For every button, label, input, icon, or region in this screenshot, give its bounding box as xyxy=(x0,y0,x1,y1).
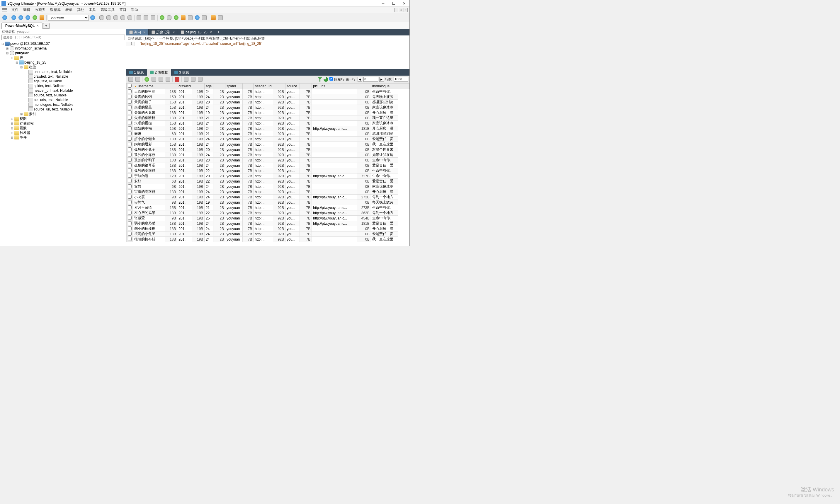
cell[interactable]: 失眠的猕猴桃 xyxy=(133,115,165,121)
cell[interactable]: you... xyxy=(285,89,300,94)
menu-item[interactable]: 收藏夹 xyxy=(33,7,48,13)
tree-node[interactable]: ⊟youyuan xyxy=(1,51,125,55)
cell[interactable]: youyuan xyxy=(226,126,243,131)
row-checkbox[interactable] xyxy=(127,126,133,131)
menu-toggle-icon[interactable] xyxy=(2,8,7,12)
cell[interactable]: 妞妞的幸福 xyxy=(133,126,165,131)
cell[interactable]: youyuan xyxy=(226,168,243,174)
view3-icon[interactable] xyxy=(197,76,203,83)
cell[interactable]: 201... xyxy=(177,163,192,168)
tree-toggle-icon[interactable]: ⊞ xyxy=(5,47,9,50)
cell[interactable]: 害羞的高跟鞋 xyxy=(133,189,165,195)
cell[interactable]: you... xyxy=(285,137,300,142)
cell[interactable]: 家应该像冰冷 xyxy=(371,121,398,126)
cell[interactable]: 弱小的棒棒糖 xyxy=(133,226,165,232)
cell[interactable]: http:... xyxy=(253,174,273,179)
tree-toggle-icon[interactable]: ⊞ xyxy=(20,112,23,116)
minimize-button[interactable]: ─ xyxy=(379,1,387,6)
row-checkbox[interactable] xyxy=(127,105,133,110)
tb-format-icon[interactable] xyxy=(32,14,38,21)
tb-db5-icon[interactable] xyxy=(127,14,133,21)
cell[interactable]: 开心厨房，温 xyxy=(371,110,398,115)
row-checkbox[interactable] xyxy=(127,94,133,100)
column-header[interactable]: ▲ username xyxy=(133,84,165,89)
cell[interactable]: http:... xyxy=(253,205,273,210)
row-checkbox[interactable] xyxy=(127,137,133,142)
tree-view[interactable]: ⊟power@192.168.199.107⊞information_schem… xyxy=(0,41,126,246)
table-row[interactable]: 孤独的银耳汤18B 201...19B 242B youyuan7B http:… xyxy=(127,163,409,168)
cell[interactable]: 每到一个地方 xyxy=(371,195,398,200)
tree-node[interactable]: spider, text, Nullable xyxy=(1,84,125,88)
filter-icon[interactable] xyxy=(318,77,322,82)
tree-toggle-icon[interactable]: ⊟ xyxy=(10,56,14,59)
cell[interactable]: youyuan xyxy=(226,100,243,105)
cell[interactable]: 24 xyxy=(204,152,213,158)
cell[interactable]: 小龙霞 xyxy=(133,195,165,200)
cell[interactable]: youyuan xyxy=(226,137,243,142)
table-row[interactable]: 左心房的风景18B 201...19B 222B youyuan7B http:… xyxy=(127,210,409,216)
tree-node[interactable]: ⊞触发器 xyxy=(1,130,125,135)
cell[interactable]: youyuan xyxy=(226,110,243,115)
new-connection-icon[interactable] xyxy=(1,14,8,21)
cell[interactable] xyxy=(312,232,357,237)
table-row[interactable]: 张紫萱9B 201...19B 252B youyuan7B http:...9… xyxy=(127,216,409,221)
cell[interactable]: 22 xyxy=(204,179,213,184)
cell[interactable]: youyuan xyxy=(226,237,243,242)
row-checkbox[interactable] xyxy=(127,100,133,105)
cell[interactable]: 爱是责任，爱 xyxy=(371,221,398,226)
table-row[interactable]: 娴娜的唇彩15B 201...19B 242B youyuan7B http:.… xyxy=(127,142,409,147)
tree-toggle-icon[interactable]: ⊞ xyxy=(10,122,14,125)
cell[interactable]: http:... xyxy=(253,216,273,221)
cell[interactable]: http:... xyxy=(253,126,273,131)
mdi-restore[interactable]: □ xyxy=(399,8,403,12)
add-connection-button[interactable]: + xyxy=(43,23,50,29)
row-checkbox[interactable] xyxy=(127,205,133,210)
cell[interactable]: http:... xyxy=(253,131,273,137)
cell[interactable]: you... xyxy=(285,115,300,121)
column-header[interactable]: source xyxy=(285,84,300,89)
tree-node[interactable]: ⊟表 xyxy=(1,55,125,60)
cell[interactable]: 孤独的银耳汤 xyxy=(133,163,165,168)
cell[interactable] xyxy=(312,137,357,142)
tree-toggle-icon[interactable]: ⊞ xyxy=(10,117,14,121)
cell[interactable]: 对整个世界来 xyxy=(371,147,398,152)
cell[interactable]: you... xyxy=(285,184,300,189)
table-row[interactable]: 宁缺勿滥12B 201...19B 202B youyuan7B http:..… xyxy=(127,174,409,179)
table-row[interactable]: 妞妞的幸福15B 201...19B 242B youyuan7B http:.… xyxy=(127,126,409,131)
cell[interactable]: 生命中有你, xyxy=(371,174,398,179)
tb-tool2-icon[interactable] xyxy=(166,14,172,21)
close-icon[interactable]: × xyxy=(37,24,39,28)
cell[interactable]: 201... xyxy=(177,184,192,189)
tree-toggle-icon[interactable]: ⊟ xyxy=(5,52,9,55)
connection-tab[interactable]: PowerMacMySQL × xyxy=(1,22,42,29)
cell[interactable] xyxy=(312,168,357,174)
tb-tool4-icon[interactable] xyxy=(180,14,186,21)
cell[interactable] xyxy=(312,147,357,152)
save-row-icon[interactable] xyxy=(158,76,164,83)
cell[interactable]: http:... xyxy=(253,237,273,242)
cell[interactable]: 生命中有你, xyxy=(371,89,398,94)
table-row[interactable]: 孤独的小鸭子18B 201...19B 232B youyuan7B http:… xyxy=(127,158,409,163)
cell[interactable]: youyuan xyxy=(226,200,243,205)
row-checkbox[interactable] xyxy=(127,121,133,126)
cell[interactable]: http:... xyxy=(253,89,273,94)
cell[interactable]: 24 xyxy=(204,221,213,226)
tb-refresh-icon[interactable] xyxy=(89,14,96,21)
cell[interactable]: 很萌的帆布鞋 xyxy=(133,237,165,242)
tb-tool6-icon[interactable] xyxy=(194,14,200,21)
cell[interactable]: 24 xyxy=(204,232,213,237)
cell[interactable]: 201... xyxy=(177,115,192,121)
delete-row-icon[interactable] xyxy=(165,76,171,83)
cell[interactable]: 201... xyxy=(177,200,192,205)
cell[interactable]: 22 xyxy=(204,210,213,216)
cell[interactable]: you... xyxy=(285,100,300,105)
cell[interactable]: 21 xyxy=(204,205,213,210)
tree-node[interactable]: ⊞存储过程 xyxy=(1,121,125,126)
refresh-icon[interactable] xyxy=(324,77,328,82)
cell[interactable]: 201... xyxy=(177,94,192,100)
cell[interactable]: youyuan xyxy=(226,158,243,163)
row-checkbox[interactable] xyxy=(127,232,133,237)
tree-node[interactable]: crawled, text, Nullable xyxy=(1,74,125,79)
tb-tool5-icon[interactable] xyxy=(187,14,193,21)
row-checkbox[interactable] xyxy=(127,226,133,232)
